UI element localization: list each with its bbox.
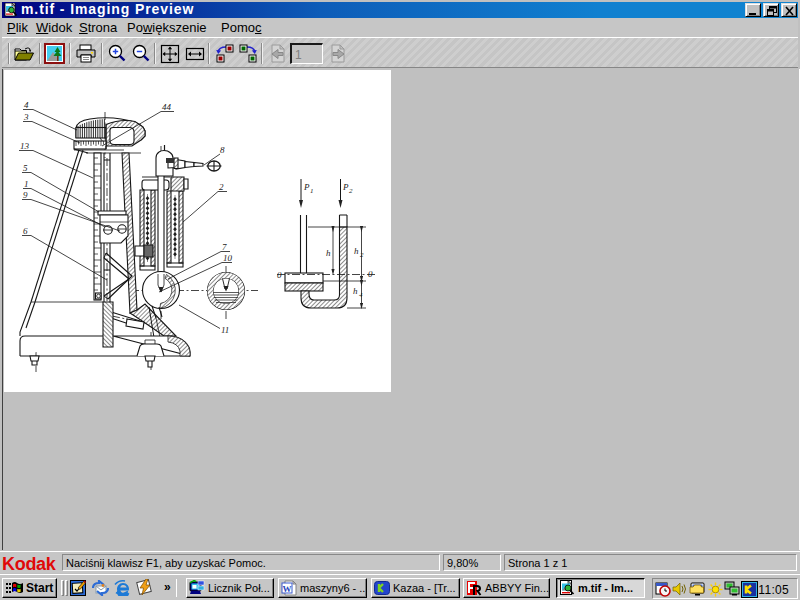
svg-text:W: W xyxy=(283,584,292,594)
svg-text:6: 6 xyxy=(23,226,28,236)
svg-text:h: h xyxy=(354,246,359,256)
svg-text:0: 0 xyxy=(277,270,282,280)
svg-text:7: 7 xyxy=(222,242,227,252)
svg-text:4: 4 xyxy=(24,100,29,110)
svg-text:3: 3 xyxy=(23,112,29,122)
svg-text:44: 44 xyxy=(162,102,172,112)
svg-text:2: 2 xyxy=(349,187,353,195)
svg-text:4: 4 xyxy=(359,291,363,299)
svg-text:5: 5 xyxy=(23,163,28,173)
svg-text:2: 2 xyxy=(219,182,224,192)
svg-text:1: 1 xyxy=(310,187,314,195)
svg-text:9: 9 xyxy=(23,190,28,200)
svg-text:P: P xyxy=(303,182,310,192)
svg-text:h: h xyxy=(353,286,358,296)
svg-text:P: P xyxy=(342,182,349,192)
svg-text:h: h xyxy=(326,248,331,258)
svg-text:2: 2 xyxy=(360,251,364,259)
svg-text:0: 0 xyxy=(368,269,373,279)
svg-text:11: 11 xyxy=(221,325,229,335)
svg-text:13: 13 xyxy=(20,141,30,151)
svg-text:10: 10 xyxy=(223,253,233,263)
svg-text:8: 8 xyxy=(220,145,225,155)
svg-text:1: 1 xyxy=(24,179,29,189)
